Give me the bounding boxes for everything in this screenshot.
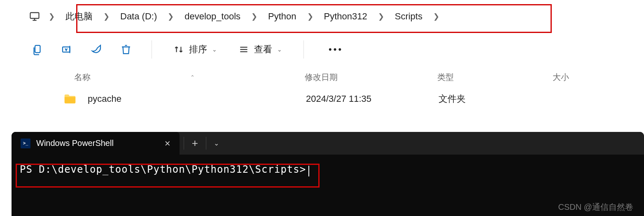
file-date: 2024/3/27 11:35	[306, 94, 439, 104]
terminal-tab[interactable]: Windows PowerShell ×	[12, 132, 180, 155]
share-icon[interactable]	[87, 40, 105, 59]
svg-rect-0	[30, 13, 39, 19]
chevron-down-icon: ⌄	[212, 46, 217, 53]
more-button[interactable]: •••	[320, 44, 351, 55]
cursor	[308, 166, 309, 176]
chevron-right-icon: ❯	[103, 12, 110, 21]
breadcrumb-item-5[interactable]: Scripts	[392, 9, 426, 23]
table-row[interactable]: pycache 2024/3/27 11:35 文件夹	[0, 89, 644, 109]
terminal-prompt: PS D:\develop_tools\Python\Python312\Scr…	[20, 164, 306, 175]
tab-title: Windows PowerShell	[36, 139, 114, 148]
terminal-window: Windows PowerShell × + ⌄ PS D:\develop_t…	[12, 132, 644, 216]
sort-button[interactable]: 排序 ⌄	[168, 41, 222, 58]
chevron-right-icon: ❯	[168, 12, 174, 21]
rename-icon[interactable]	[58, 40, 76, 59]
column-date[interactable]: 修改日期	[305, 72, 437, 83]
view-label: 查看	[254, 43, 272, 56]
watermark: CSDN @通信自然卷	[558, 202, 633, 213]
chevron-right-icon: ❯	[378, 12, 384, 21]
breadcrumb: ❯ 此电脑 ❯ Data (D:) ❯ develop_tools ❯ Pyth…	[0, 0, 644, 33]
close-icon[interactable]: ×	[165, 138, 170, 149]
file-type: 文件夹	[439, 93, 554, 105]
folder-icon	[64, 94, 76, 104]
terminal-body[interactable]: PS D:\develop_tools\Python\Python312\Scr…	[12, 155, 644, 185]
chevron-down-icon: ⌄	[277, 46, 282, 53]
svg-rect-3	[35, 45, 40, 53]
copy-icon[interactable]	[28, 40, 46, 59]
sort-label: 排序	[189, 43, 207, 56]
view-button[interactable]: 查看 ⌄	[233, 41, 287, 58]
column-size[interactable]: 大小	[553, 72, 644, 83]
separator	[152, 40, 152, 59]
breadcrumb-item-2[interactable]: develop_tools	[181, 9, 244, 23]
new-tab-button[interactable]: +	[184, 137, 206, 149]
breadcrumb-item-4[interactable]: Python312	[321, 9, 371, 23]
chevron-right-icon: ❯	[49, 12, 55, 21]
breadcrumb-item-0[interactable]: 此电脑	[62, 9, 96, 24]
computer-icon[interactable]	[28, 10, 41, 23]
delete-icon[interactable]	[117, 40, 135, 59]
column-name[interactable]: 名称⌃	[74, 72, 305, 83]
toolbar: 排序 ⌄ 查看 ⌄ •••	[0, 33, 644, 66]
column-headers: 名称⌃ 修改日期 类型 大小	[0, 66, 644, 89]
chevron-right-icon: ❯	[251, 12, 257, 21]
file-name: pycache	[88, 94, 306, 104]
chevron-right-icon: ❯	[433, 12, 439, 21]
breadcrumb-item-1[interactable]: Data (D:)	[117, 9, 160, 23]
separator	[303, 40, 304, 59]
sort-indicator-icon: ⌃	[190, 74, 195, 80]
chevron-right-icon: ❯	[307, 12, 313, 21]
tab-dropdown-button[interactable]: ⌄	[206, 139, 227, 147]
terminal-tab-bar: Windows PowerShell × + ⌄	[12, 132, 644, 155]
column-type[interactable]: 类型	[437, 72, 553, 83]
powershell-icon	[21, 139, 30, 148]
breadcrumb-item-3[interactable]: Python	[265, 9, 300, 23]
